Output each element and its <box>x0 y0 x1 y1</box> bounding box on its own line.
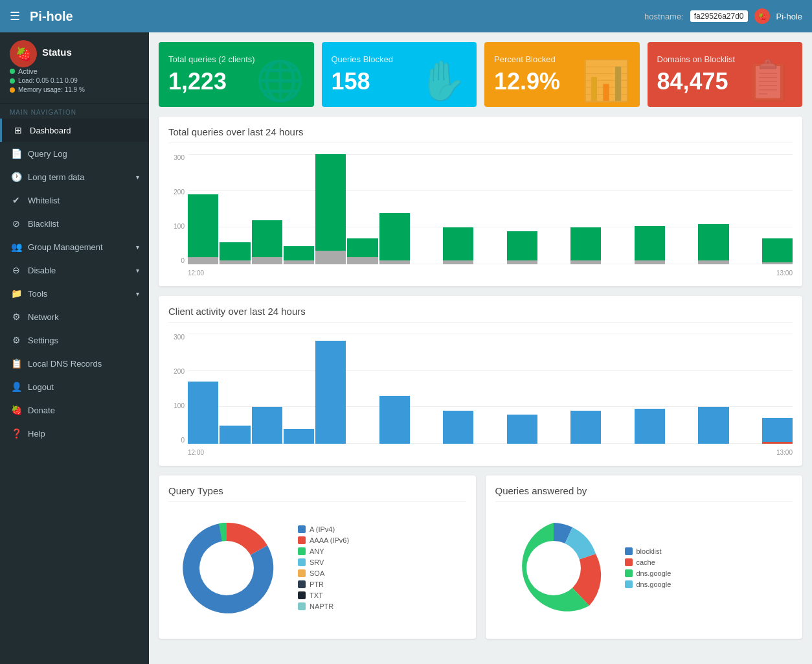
sidebar-item-tools[interactable]: 📁 Tools ▾ <box>0 282 149 305</box>
bar-client <box>698 407 728 444</box>
load-line: Load: 0.05 0.11 0.09 <box>10 77 139 84</box>
bar-wrap <box>443 154 473 264</box>
bar-query <box>635 226 665 261</box>
bar-wrap <box>762 334 793 444</box>
group-icon: 👥 <box>10 242 23 252</box>
bar-query <box>347 238 378 257</box>
legend-srv: SRV <box>298 558 349 566</box>
sidebar-item-blacklist[interactable]: ⊘ Blacklist <box>0 212 149 235</box>
sidebar-item-settings[interactable]: ⚙ Settings <box>0 328 149 352</box>
sidebar-label-disable: Disable <box>28 266 136 275</box>
navbar-right: hostname: fa29526a27d0 🍓 Pi-hole <box>644 8 802 24</box>
legend-label-soa: SOA <box>310 569 324 577</box>
legend-label-txt: TXT <box>310 591 323 599</box>
blocklist-value: 84,475 <box>657 68 736 95</box>
memory-line: Memory usage: 11.9 % <box>10 86 139 93</box>
query-types-content: A (IPv4) AAAA (IPv6) ANY SRV <box>168 510 466 629</box>
bar-blocked <box>284 260 314 264</box>
bar-client <box>252 407 282 444</box>
legend-ipv4: A (IPv4) <box>298 525 349 533</box>
legend-soa: SOA <box>298 569 349 577</box>
sidebar: 🍓 Status Active Load: 0.05 0.11 0.09 Mem… <box>0 32 149 664</box>
bar-wrap <box>507 334 537 444</box>
legend-color-soa <box>298 569 306 577</box>
sidebar-item-group-management[interactable]: 👥 Group Management ▾ <box>0 235 149 258</box>
sidebar-item-long-term-data[interactable]: 🕐 Long term data ▾ <box>0 165 149 189</box>
bar-blocked <box>188 257 218 264</box>
sidebar-item-disable[interactable]: ⊖ Disable ▾ <box>0 258 149 282</box>
sidebar-label-network: Network <box>28 312 139 322</box>
sidebar-label-blacklist: Blacklist <box>28 219 139 229</box>
bar-blocked <box>762 262 793 264</box>
long-term-icon: 🕐 <box>10 172 23 182</box>
stat-card-domains-blocklist: Domains on Blocklist 84,475 📋 <box>648 42 803 107</box>
sidebar-label-long-term: Long term data <box>28 172 136 182</box>
bar-query <box>570 227 601 260</box>
menu-toggle-icon[interactable]: ☰ <box>10 9 20 23</box>
bar-blocked <box>252 257 282 264</box>
sidebar-item-logout[interactable]: 👤 Logout <box>0 375 149 398</box>
tools-icon: 📁 <box>10 288 23 299</box>
stat-card-total-queries: Total queries (2 clients) 1,223 🌐 <box>159 42 314 107</box>
bar-blocked-client <box>762 442 793 444</box>
hand-icon: ✋ <box>418 58 467 104</box>
bar-client <box>284 429 314 444</box>
legend-blocklist: blocklist <box>625 547 671 555</box>
legend-label-any: ANY <box>310 547 324 555</box>
bar-client <box>635 409 665 444</box>
queries-answered-title: Queries answered by <box>495 485 793 502</box>
legend-label-srv: SRV <box>310 558 324 566</box>
sidebar-label-query-log: Query Log <box>28 149 139 159</box>
client-yaxis: 300 200 100 0 <box>168 334 188 444</box>
queries-chart-title: Total queries over last 24 hours <box>168 126 793 143</box>
legend-color-dns-google-2 <box>625 580 633 588</box>
legend-color-ipv4 <box>298 525 306 533</box>
sidebar-label-donate: Donate <box>28 406 139 415</box>
bar-wrap <box>635 334 665 444</box>
sidebar-item-donate[interactable]: 🍓 Donate <box>0 398 149 422</box>
bar-blocked <box>220 260 250 264</box>
queries-chart-panel: Total queries over last 24 hours 300 200… <box>159 117 802 286</box>
bar-client <box>762 418 793 442</box>
sidebar-item-network[interactable]: ⚙ Network <box>0 305 149 328</box>
sidebar-label-group: Group Management <box>28 242 136 252</box>
sidebar-item-dashboard[interactable]: ⊞ Dashboard <box>0 119 149 142</box>
donate-icon: 🍓 <box>10 405 23 415</box>
bar-client <box>220 426 250 444</box>
bar-wrap <box>188 334 218 444</box>
status-title: Status <box>42 47 72 58</box>
query-types-svg <box>168 510 285 626</box>
legend-color-aaaa <box>298 536 306 544</box>
bar-wrap <box>570 334 601 444</box>
bar-query <box>698 224 728 261</box>
answered-donut-hole <box>526 541 581 595</box>
bar-wrap <box>347 154 378 264</box>
legend-label-ptr: PTR <box>310 580 324 588</box>
client-chart-panel: Client activity over last 24 hours 300 2… <box>159 296 802 466</box>
bar-wrap <box>252 154 282 264</box>
sidebar-label-whitelist: Whitelist <box>28 196 139 205</box>
sidebar-item-local-dns[interactable]: 📋 Local DNS Records <box>0 352 149 375</box>
bar-wrap <box>698 334 728 444</box>
client-bars-area <box>188 334 793 444</box>
sidebar-label-logout: Logout <box>28 382 139 392</box>
legend-ptr: PTR <box>298 580 349 588</box>
bar-client <box>379 396 410 444</box>
legend-color-srv <box>298 558 306 566</box>
memory-dot <box>10 87 15 93</box>
bar-blocked <box>443 260 473 264</box>
sidebar-item-whitelist[interactable]: ✔ Whitelist <box>0 189 149 212</box>
bar-query <box>188 194 218 257</box>
hostname-value: fa29526a27d0 <box>690 10 748 22</box>
blacklist-icon: ⊘ <box>10 218 23 229</box>
help-icon: ❓ <box>10 428 23 439</box>
sidebar-item-help[interactable]: ❓ Help <box>0 422 149 445</box>
chevron-icon-tools: ▾ <box>136 290 139 297</box>
sidebar-item-query-log[interactable]: 📄 Query Log <box>0 142 149 165</box>
bar-wrap <box>252 334 282 444</box>
bar-wrap <box>220 334 250 444</box>
bar-wrap <box>315 154 346 264</box>
legend-color-any <box>298 547 306 555</box>
stat-card-percent-blocked: Percent Blocked 12.9% 📊 <box>484 42 640 107</box>
bar-client <box>188 382 218 444</box>
